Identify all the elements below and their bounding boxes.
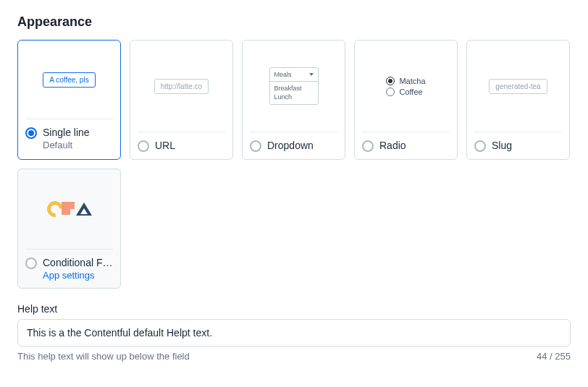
option-label: Dropdown xyxy=(267,140,314,151)
help-text-label: Help text xyxy=(17,303,571,315)
radio-radio[interactable] xyxy=(362,140,374,152)
option-label: Single line xyxy=(43,127,90,138)
option-dropdown[interactable]: Meals Breakfast Lunch Dropdown xyxy=(242,40,345,160)
cfa-logo-icon xyxy=(47,201,92,217)
mini-radio-preview: Matcha Coffee xyxy=(386,75,425,98)
mini-radio-dot-icon xyxy=(386,77,395,85)
option-single-line[interactable]: A coffee, pls Single line Default xyxy=(17,40,121,160)
section-title: Appearance xyxy=(17,14,571,30)
option-radio[interactable]: Matcha Coffee Radio xyxy=(354,40,458,160)
mini-dropdown-opt: Breakfast xyxy=(274,85,314,93)
appearance-options: A coffee, pls Single line Default http:/… xyxy=(17,40,571,289)
option-url[interactable]: http://latte.co URL xyxy=(130,40,233,160)
preview-radio: Matcha Coffee xyxy=(355,41,457,132)
radio-dropdown[interactable] xyxy=(250,140,261,152)
preview-single-line: A coffee, pls xyxy=(18,41,120,119)
option-label: Conditional Fields xyxy=(43,257,113,268)
mini-dropdown-preview: Meals Breakfast Lunch xyxy=(269,67,319,105)
help-text-hint: This help text will show up below the fi… xyxy=(17,351,190,362)
mini-dropdown-opt: Lunch xyxy=(274,93,314,102)
chevron-down-icon xyxy=(309,73,314,76)
preview-url: http://latte.co xyxy=(130,41,232,132)
app-settings-link[interactable]: App settings xyxy=(43,270,113,281)
mini-radio-opt: Matcha xyxy=(399,77,425,85)
mini-input-preview: A coffee, pls xyxy=(43,72,95,88)
option-slug[interactable]: generated-tea Slug xyxy=(466,40,570,160)
help-text-counter: 44 / 255 xyxy=(537,351,571,362)
help-text-input[interactable] xyxy=(17,319,571,346)
option-conditional-fields[interactable]: Conditional Fields App settings xyxy=(17,169,121,289)
preview-app xyxy=(18,169,120,249)
radio-conditional[interactable] xyxy=(25,258,37,269)
radio-single-line[interactable] xyxy=(25,127,37,139)
option-label: Radio xyxy=(379,140,406,151)
preview-slug: generated-tea xyxy=(467,41,569,132)
mini-radio-opt: Coffee xyxy=(399,88,422,96)
mini-slug-preview: generated-tea xyxy=(489,79,547,94)
mini-dropdown-selected: Meals xyxy=(274,71,292,78)
radio-url[interactable] xyxy=(138,140,149,152)
mini-radio-dot-icon xyxy=(386,88,395,96)
radio-slug[interactable] xyxy=(474,140,486,152)
option-sublabel: Default xyxy=(43,140,90,150)
mini-url-preview: http://latte.co xyxy=(154,79,209,94)
preview-dropdown: Meals Breakfast Lunch xyxy=(243,41,345,132)
option-label: Slug xyxy=(492,140,512,151)
option-label: URL xyxy=(155,140,175,151)
